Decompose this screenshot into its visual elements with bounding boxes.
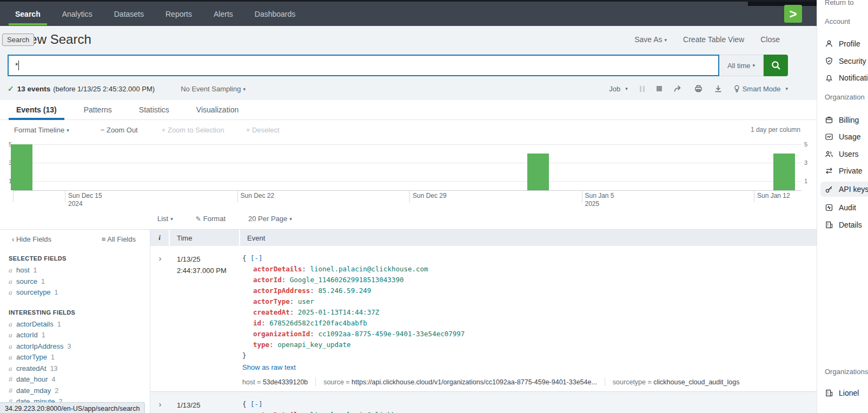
meta-sourcetype[interactable]: sourcetype = clickhouse_cloud_audit_logs: [613, 378, 740, 386]
meta-host[interactable]: host = 53de4339120b: [242, 378, 308, 386]
chevron-down-icon: ▾: [753, 63, 756, 68]
x-axis-tick-label: Sun Dec 29: [413, 192, 447, 200]
pause-button[interactable]: [640, 86, 645, 92]
create-table-view-button[interactable]: Create Table View: [683, 35, 744, 44]
sidebar-item-private[interactable]: Private: [820, 163, 868, 178]
meta-label: source =: [323, 378, 352, 386]
save-as-button[interactable]: Save As▾: [634, 35, 667, 44]
return-to-link[interactable]: Return to: [825, 0, 853, 6]
sidebar-item-profile[interactable]: Profile: [820, 36, 868, 51]
timeline-bar[interactable]: [773, 154, 795, 190]
field-link-actorDetails[interactable]: actorDetails: [16, 320, 54, 329]
private-endpoints-icon: [825, 166, 833, 175]
hide-fields-button[interactable]: ‹ Hide Fields: [12, 235, 51, 243]
field-link-actorIpAddress[interactable]: actorIpAddress: [16, 342, 63, 351]
search-mode-dropdown[interactable]: Smart Mode▾: [734, 85, 788, 93]
search-tooltip: Search: [2, 34, 34, 46]
nav-item-search[interactable]: Search: [4, 2, 51, 26]
field-link-source[interactable]: source: [16, 277, 37, 287]
list-view-dropdown[interactable]: List▾: [157, 215, 173, 223]
export-button[interactable]: [714, 85, 722, 92]
nav-item-reports[interactable]: Reports: [155, 2, 203, 26]
field-type-marker: a: [9, 342, 16, 351]
field-link-sourcetype[interactable]: sourcetype: [16, 288, 51, 297]
zoom-out-button[interactable]: − Zoom Out: [101, 126, 138, 134]
nav-item-analytics[interactable]: Analytics: [51, 2, 103, 26]
billing-icon: [825, 116, 833, 124]
print-button[interactable]: [694, 85, 703, 92]
timeline-scale-note: 1 day per column: [751, 126, 800, 134]
event-row: ›1/13/252:44:37.000 PM{ [-]actorDetails:…: [150, 246, 817, 392]
sidebar-item-api-keys[interactable]: API keys: [820, 182, 868, 197]
share-icon: [674, 85, 683, 92]
event-json: { [-]actorDetails: lionel.palacin@clickh…: [242, 253, 817, 361]
time-range-picker[interactable]: All time▾: [719, 55, 764, 76]
tab-visualization[interactable]: Visualization: [189, 100, 246, 120]
format-results-button[interactable]: ✎Format: [196, 215, 226, 223]
tab-patterns[interactable]: Patterns: [76, 100, 120, 120]
nav-item-datasets[interactable]: Datasets: [103, 2, 155, 26]
event-timestamp: 2:44:37.000 PM: [177, 265, 240, 276]
fields-sidebar: ‹ Hide Fields ≡ All Fields SELECTED FIEL…: [0, 229, 150, 413]
field-link-date_mday[interactable]: date_mday: [16, 387, 51, 396]
field-count: 1: [34, 266, 37, 275]
deselect-button[interactable]: × Deselect: [246, 126, 280, 134]
search-submit-button[interactable]: [764, 55, 788, 76]
nav-item-dashboards[interactable]: Dashboards: [244, 2, 307, 26]
x-axis-tick-label: Sun Dec 152024: [68, 192, 102, 208]
sidebar-item-users[interactable]: Users: [820, 146, 868, 162]
stop-icon: [657, 86, 662, 91]
show-raw-text-link[interactable]: Show as raw text: [242, 363, 817, 371]
field-item-date_mday: #date_mday2: [0, 385, 150, 397]
json-colon: :: [261, 319, 269, 327]
event-sampling-dropdown[interactable]: No Event Sampling▾: [181, 85, 246, 93]
user-icon: [825, 39, 833, 48]
json-field-line: actorDetails: lionel.palacin@clickhouse.…: [242, 410, 817, 413]
field-link-actorType[interactable]: actorType: [16, 353, 47, 362]
timeline-bar[interactable]: [527, 154, 549, 190]
interesting-fields-list: aactorDetails1aactorId1aactorIpAddress3a…: [0, 319, 150, 408]
field-item-actorType: aactorType1: [0, 352, 150, 363]
format-timeline-dropdown[interactable]: Format Timeline▾: [14, 126, 69, 134]
meta-separator: [605, 378, 605, 386]
field-link-host[interactable]: host: [16, 266, 30, 275]
json-field-line: actorId: Google_114602629918513043390: [242, 275, 817, 285]
nav-item-alerts[interactable]: Alerts: [203, 2, 244, 26]
all-fields-button[interactable]: ≡ All Fields: [102, 235, 136, 243]
zoom-to-selection-button[interactable]: + Zoom to Selection: [162, 126, 224, 134]
tab-statistics[interactable]: Statistics: [131, 100, 177, 120]
sidebar-item-notifications[interactable]: Notifications: [820, 70, 868, 85]
close-button[interactable]: Close: [760, 35, 780, 44]
event-count: 13 events: [17, 85, 51, 93]
sidebar-item-label: Profile: [839, 39, 860, 48]
sidebar-item-audit[interactable]: Audit: [820, 200, 868, 215]
sidebar-item-lionel[interactable]: Lionel: [820, 385, 868, 401]
json-collapse-link[interactable]: [-]: [250, 254, 263, 262]
event-expand-chevron[interactable]: ›: [150, 246, 170, 391]
job-menu-button[interactable]: Job▾: [609, 85, 628, 93]
tab-events[interactable]: Events (13): [9, 100, 64, 120]
splunk-logo-icon[interactable]: >: [784, 5, 802, 23]
per-page-dropdown[interactable]: 20 Per Page▾: [248, 215, 292, 223]
field-link-date_hour[interactable]: date_hour: [16, 375, 48, 384]
open-brace: {: [242, 400, 250, 408]
chevron-down-icon: ▾: [665, 37, 667, 43]
events-timeline-chart[interactable]: 113355Sun Dec 152024Sun Dec 22Sun Dec 29…: [0, 139, 817, 208]
sidebar-item-usage[interactable]: Usage: [820, 129, 868, 144]
search-input[interactable]: *: [8, 55, 719, 76]
json-field-line: actorDetails: lionel.palacin@clickhouse.…: [242, 264, 817, 275]
stop-button[interactable]: [657, 86, 662, 91]
share-button[interactable]: [674, 85, 683, 92]
field-link-actorId[interactable]: actorId: [16, 331, 38, 340]
audit-icon: [825, 203, 833, 212]
sidebar-item-billing[interactable]: Billing: [820, 112, 868, 128]
event-expand-chevron[interactable]: ›: [150, 392, 170, 413]
sidebar-item-security[interactable]: Security: [820, 54, 868, 69]
field-link-createdAt[interactable]: createdAt: [16, 364, 47, 374]
json-collapse-link[interactable]: [-]: [250, 400, 263, 408]
event-json: { [-]actorDetails: lionel.palacin@clickh…: [242, 399, 817, 413]
sidebar-item-details[interactable]: Details: [820, 217, 868, 232]
timeline-bar[interactable]: [11, 144, 32, 190]
meta-source[interactable]: source = https://api.clickhouse.cloud/v1…: [323, 378, 597, 386]
section-label-organization: Organization: [825, 93, 865, 101]
